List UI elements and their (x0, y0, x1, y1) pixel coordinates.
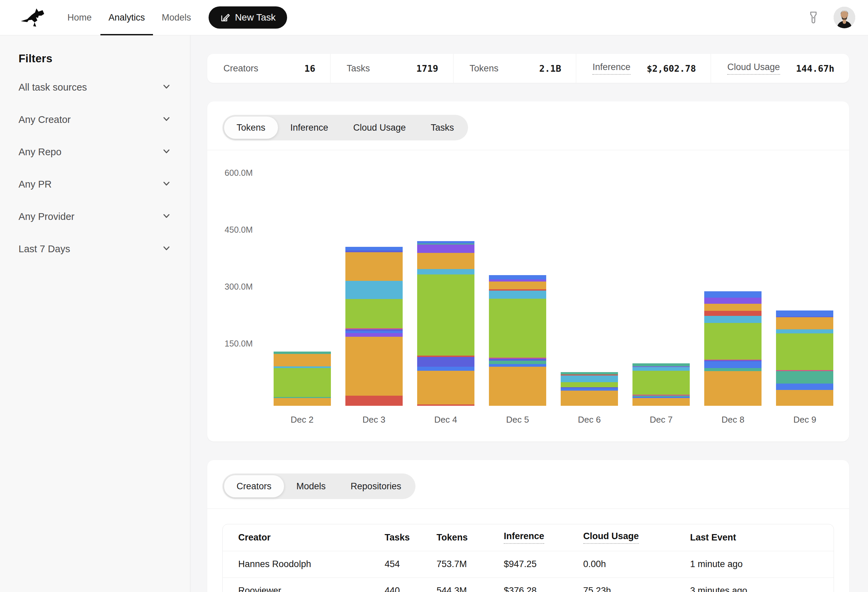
bar-segment-green (776, 333, 833, 370)
bar-slot-dec-6: Dec 6 (554, 155, 625, 406)
col-header-cloud-usage[interactable]: Cloud Usage (583, 524, 690, 551)
main-content: Creators16Tasks1719Tokens2.1BInference$2… (190, 35, 868, 592)
chevron-down-icon (161, 146, 171, 158)
stat-creators: Creators16 (207, 54, 330, 83)
stat-value: 144.67h (796, 63, 834, 74)
chart-tab-cloud-usage[interactable]: Cloud Usage (341, 116, 418, 139)
stat-value: 2.1B (539, 63, 561, 74)
bar-segment-green (561, 382, 618, 387)
bar-segment-orange (489, 281, 546, 289)
bar-segment-orange (274, 398, 331, 406)
chevron-down-icon (161, 243, 171, 255)
nav-item-models[interactable]: Models (162, 0, 191, 35)
filter-dropdown-3[interactable]: Any PR (19, 168, 171, 200)
filter-dropdown-5[interactable]: Last 7 Days (19, 233, 171, 265)
filter-dropdown-0[interactable]: All task sources (19, 71, 171, 103)
col-header-label: Tokens (437, 532, 468, 543)
stacked-bar-dec-8[interactable] (704, 291, 762, 406)
bar-segment-sky (561, 376, 618, 382)
bar-segment-purple (417, 244, 474, 253)
filter-dropdown-2[interactable]: Any Repo (19, 136, 171, 168)
x-axis-label: Dec 5 (481, 415, 553, 425)
bar-segment-orange (704, 371, 762, 406)
bar-segment-blue (704, 361, 762, 368)
bar-segment-green (704, 323, 762, 359)
stacked-bar-dec-7[interactable] (632, 363, 690, 406)
bar-segment-orange (345, 252, 403, 281)
avatar[interactable] (834, 7, 855, 28)
col-header-creator: Creator (223, 524, 384, 551)
y-axis-tick-300.0M: 300.0M (207, 282, 253, 292)
bar-segment-teal (561, 372, 618, 374)
y-axis-tick-450.0M: 450.0M (207, 225, 253, 235)
table-row[interactable]: Rooviewer440544.3M$376.2875.23h3 minutes… (223, 577, 834, 592)
bar-segment-blue (489, 275, 546, 279)
stat-inference[interactable]: Inference$2,602.78 (576, 54, 711, 83)
filter-dropdown-1[interactable]: Any Creator (19, 103, 171, 136)
breakdown-tab-models[interactable]: Models (284, 475, 338, 497)
bar-segment-green (274, 368, 331, 397)
table-cell: $947.25 (504, 551, 583, 577)
new-task-button[interactable]: New Task (208, 6, 287, 29)
chart-tab-tasks[interactable]: Tasks (418, 116, 466, 139)
filter-dropdown-4[interactable]: Any Provider (19, 200, 171, 233)
filters-sidebar: Filters All task sourcesAny CreatorAny R… (0, 35, 190, 592)
table-row[interactable]: Hannes Roodolph454753.7M$947.250.00h1 mi… (223, 551, 834, 577)
flashlight-icon[interactable] (807, 11, 819, 24)
table-header-row: CreatorTasksTokensInferenceCloud UsageLa… (223, 524, 834, 551)
stacked-bar-dec-4[interactable] (417, 241, 474, 406)
stat-label[interactable]: Inference (592, 62, 630, 75)
x-axis-label: Dec 4 (410, 415, 481, 425)
bar-segment-orange (489, 367, 546, 406)
x-axis-label: Dec 6 (554, 415, 625, 425)
stat-cloud-usage[interactable]: Cloud Usage144.67h (711, 54, 849, 83)
bar-segment-blue (776, 311, 833, 316)
stats-bar: Creators16Tasks1719Tokens2.1BInference$2… (207, 54, 849, 83)
chevron-down-icon (161, 81, 171, 93)
chart-tab-inference[interactable]: Inference (278, 116, 341, 139)
nav-item-home[interactable]: Home (67, 0, 92, 35)
breakdown-card: CreatorsModelsRepositories CreatorTasksT… (207, 460, 849, 592)
bar-segment-orange (417, 253, 474, 269)
bar-segment-red (704, 311, 762, 316)
bar-segment-teal (632, 363, 690, 367)
bar-segment-green (632, 371, 690, 395)
nav-item-analytics[interactable]: Analytics (108, 0, 145, 35)
col-header-inference[interactable]: Inference (504, 524, 583, 551)
stacked-bar-dec-6[interactable] (561, 372, 618, 406)
bar-segment-indigo (417, 357, 474, 367)
breakdown-tab-creators[interactable]: Creators (224, 475, 284, 497)
table-cell: Hannes Roodolph (223, 551, 384, 577)
stacked-bar-dec-3[interactable] (345, 247, 403, 406)
y-axis-tick-600.0M: 600.0M (207, 168, 253, 178)
bar-segment-blue (417, 241, 474, 243)
bar-segment-orange (776, 390, 833, 406)
stat-value: 16 (304, 63, 315, 74)
col-header-label: Last Event (690, 532, 736, 543)
chart-tab-tokens[interactable]: Tokens (224, 116, 278, 139)
stacked-bar-dec-9[interactable] (776, 311, 833, 406)
table-cell: $376.28 (504, 577, 583, 592)
bar-slot-dec-4: Dec 4 (410, 155, 481, 406)
bar-segment-blue (704, 291, 762, 298)
chevron-down-icon (161, 211, 171, 222)
kangaroo-logo-icon[interactable] (20, 6, 50, 29)
chart-plot: Dec 2Dec 3Dec 4Dec 5Dec 6Dec 7Dec 8Dec 9 (266, 155, 841, 406)
table-cell: 3 minutes ago (690, 577, 834, 592)
stacked-bar-dec-2[interactable] (274, 352, 331, 406)
stat-label[interactable]: Cloud Usage (727, 62, 780, 75)
table-cell: 75.23h (583, 577, 690, 592)
creators-table-wrap: CreatorTasksTokensInferenceCloud UsageLa… (222, 524, 834, 592)
bar-segment-orange (417, 371, 474, 404)
breakdown-tab-repositories[interactable]: Repositories (338, 475, 414, 497)
table-cell: 440 (384, 577, 436, 592)
table-cell: 454 (384, 551, 436, 577)
bar-segment-red (345, 396, 403, 406)
breakdown-tabs: CreatorsModelsRepositories (222, 473, 415, 499)
filter-label: Last 7 Days (19, 243, 70, 255)
x-axis-label: Dec 2 (266, 415, 338, 425)
bar-segment-teal (274, 352, 331, 354)
bar-segment-blue (561, 388, 618, 391)
stacked-bar-dec-5[interactable] (489, 275, 546, 406)
top-bar: HomeAnalyticsModels New Task (0, 0, 868, 35)
